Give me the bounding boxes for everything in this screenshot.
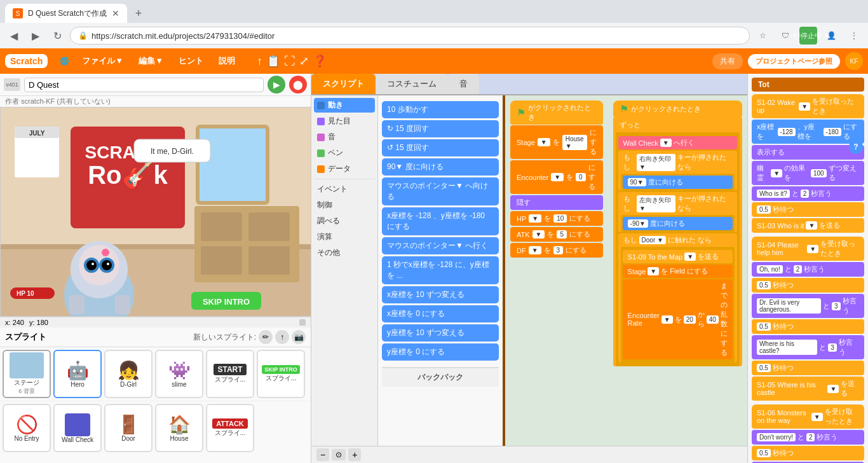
dropdown-minus90[interactable]: -90▼ [628, 219, 648, 228]
dropdown-door[interactable]: Door ▼ [639, 236, 666, 244]
copy-icon[interactable]: 📋 [266, 54, 280, 68]
star-btn[interactable]: ☆ [754, 27, 771, 45]
block-point-minus90[interactable]: -90▼ 度に向ける [623, 217, 733, 230]
upload-sprite-btn[interactable]: ↑ [275, 330, 289, 344]
block-say-drevil[interactable]: Dr. Evil is very dangerous. と 3 秒言う [752, 294, 864, 318]
nav-explain[interactable]: 説明 [212, 53, 241, 69]
wall-check-item[interactable]: Wall Check [53, 404, 102, 452]
forward-btn[interactable]: ▶ [27, 27, 44, 45]
val-100[interactable]: 100 [811, 169, 827, 177]
block-change-y[interactable]: y座標を 10 ずつ変える [382, 324, 499, 342]
block-turn-right[interactable]: ↻ 15 度回す [382, 120, 499, 137]
block-encounter-0[interactable]: Encounter ▼ を 0 にする [510, 160, 603, 194]
zoom-reset-btn[interactable]: ⊙ [332, 449, 346, 460]
dgirl-sprite-item[interactable]: 👧 D-Girl [104, 350, 153, 398]
block-say-dontworry[interactable]: Don't worry! と 2 秒言う [752, 430, 864, 445]
globe-icon[interactable]: 🌐 [55, 52, 73, 70]
val-10[interactable]: 10 [553, 214, 567, 223]
dropdown-send-map[interactable]: ▼ [684, 252, 696, 261]
dropdown-stage[interactable]: ▼ [538, 138, 550, 146]
block-move[interactable]: 10 歩動かす [382, 101, 499, 118]
nav-file[interactable]: ファイル▼ [76, 53, 130, 69]
dropdown-hp[interactable]: ▼ [529, 214, 541, 223]
dropdown-stage2[interactable]: ▼ [648, 267, 659, 275]
dropdown-ghost[interactable]: ▼ [771, 169, 782, 177]
block-setxy[interactable]: x座標を -128 、y座標を -180 にする [752, 120, 864, 144]
backpack-btn[interactable]: バックパック [382, 367, 499, 387]
block-glide[interactable]: 1 秒でx座標を -128 に、y座標を ... [382, 256, 499, 284]
hero-sprite-item[interactable]: 🤖 Hero [53, 350, 102, 398]
dropdown-df[interactable]: ▼ [529, 246, 541, 254]
account-btn[interactable]: 👤 [822, 27, 840, 45]
control-category[interactable]: 制御 [314, 198, 375, 212]
sound-category[interactable]: 音 [314, 130, 375, 144]
costume-tab[interactable]: コスチューム [376, 74, 448, 94]
val-20[interactable]: 20 [684, 315, 696, 324]
hat-flag-2[interactable]: ⚑ がクリックされたとき [613, 100, 742, 118]
dropdown-s103[interactable]: ▼ [806, 221, 817, 230]
zoom-plus-btn[interactable]: + [348, 448, 361, 461]
hat-flag-1[interactable]: ⚑ がクリックされたとき [510, 100, 603, 125]
dropdown-90[interactable]: 90▼ [628, 178, 646, 186]
nav-hints[interactable]: ヒント [172, 53, 210, 69]
back-btn[interactable]: ◀ [5, 27, 23, 45]
events-category[interactable]: イベント [314, 182, 375, 197]
val-2sec-2[interactable]: 2 [794, 265, 803, 273]
tab-close-btn[interactable]: ✕ [112, 8, 119, 18]
block-set-x[interactable]: x座標を 0 にする [382, 305, 499, 322]
hat-s106[interactable]: S1-06 Monsters on the way ▼ を受け取ったとき [752, 404, 864, 429]
dropdown-wall-check[interactable]: ▼ [660, 139, 672, 147]
block-stage-house[interactable]: Stage ▼ を House ▼ にする [510, 125, 603, 159]
share-btn[interactable]: 共有 [712, 53, 743, 69]
new-tab-btn[interactable]: + [130, 4, 147, 22]
val-dontworry[interactable]: Don't worry! [757, 433, 796, 441]
zoom-minus-btn[interactable]: − [316, 448, 329, 461]
project-name-input[interactable] [24, 78, 264, 92]
block-hide[interactable]: 隠す [510, 195, 603, 210]
block-show[interactable]: 表示する [752, 145, 864, 160]
sprite5-item[interactable]: SKIP INTRO スプライ... [257, 350, 305, 398]
dropdown-s105[interactable]: ▼ [827, 385, 839, 393]
refresh-btn[interactable]: ↻ [48, 27, 66, 45]
pause-btn[interactable]: 一時停止中 ▼ [799, 27, 817, 45]
block-say-whoisit[interactable]: Who is it? と 2 秒言う [752, 186, 864, 201]
val-05-5[interactable]: 0.5 [757, 449, 771, 457]
block-ghost-effect[interactable]: 幽霊 ▼ の効果を 100 ずつ変える [752, 161, 864, 185]
block-goto-xy[interactable]: x座標を -128 、y座標を -180 にする [382, 207, 499, 235]
attack-item[interactable]: ATTACK スプライ... [206, 404, 254, 452]
data-category[interactable]: データ [314, 162, 375, 176]
val-whoisit[interactable]: Who is it? [757, 190, 790, 198]
forever-block[interactable]: ずっと Wall Check ▼ へ行く もし 右向き矢印 ▼ キーが押された … [613, 118, 742, 366]
block-df[interactable]: DF ▼ を 3 にする [510, 243, 603, 258]
block-wait-05-2[interactable]: 0.5 秒待つ [752, 278, 864, 293]
block-stage-field[interactable]: Stage ▼ を Field にする [623, 265, 733, 278]
scratch-logo[interactable]: Scratch [5, 54, 48, 68]
camera-sprite-btn[interactable]: 📷 [292, 330, 306, 344]
block-wait-05-4[interactable]: 0.5 秒待つ [752, 361, 864, 375]
more-category[interactable]: その他 [314, 245, 375, 260]
help-circle-icon[interactable]: ❓ [313, 54, 327, 68]
dropdown-s104[interactable]: ▼ [807, 245, 818, 253]
dropdown-house[interactable]: House ▼ [562, 135, 587, 150]
val-castle[interactable]: Where is his castle? [757, 340, 817, 355]
block-atk[interactable]: ATK ▼ を 5 にする [510, 227, 603, 242]
stage-sprite-item[interactable]: ステージ 6 背景 [3, 350, 51, 398]
block-encounter-rate[interactable]: Encounter Rate ▼ を 20 から 40 までの乱数 にする [623, 279, 733, 359]
val-x128[interactable]: -128 [778, 128, 796, 136]
sound-tab[interactable]: 音 [448, 74, 479, 94]
val-3sec-2[interactable]: 3 [828, 343, 837, 352]
block-goto[interactable]: マウスのポインター▼ へ行く [382, 237, 499, 254]
hat-s104[interactable]: S1-04 Please help him ▼ を受け取ったとき [752, 237, 864, 261]
fullscreen-icon[interactable]: ⛶ [284, 55, 295, 68]
dropdown-s102[interactable]: ▼ [799, 102, 810, 111]
val-y180[interactable]: -180 [824, 128, 841, 136]
script-tab[interactable]: スクリプト [311, 74, 376, 94]
val-5[interactable]: 5 [557, 230, 567, 238]
val-05-3[interactable]: 0.5 [757, 322, 771, 331]
motion-category[interactable]: 動き [314, 98, 375, 113]
val-0[interactable]: 0 [576, 173, 586, 181]
block-set-y[interactable]: y座標を 0 にする [382, 343, 499, 361]
address-bar[interactable]: 🔒 https://scratch.mit.edu/projects/24793… [70, 27, 750, 45]
block-hp[interactable]: HP ▼ を 10 にする [510, 211, 603, 226]
sprite4-item[interactable]: START スプライ... [206, 350, 254, 398]
